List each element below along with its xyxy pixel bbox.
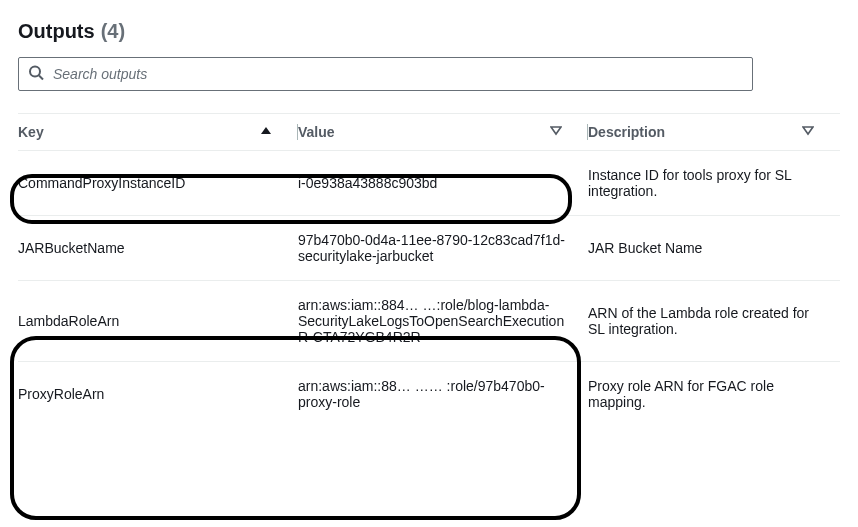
cell-key: ProxyRoleArn bbox=[18, 362, 298, 427]
column-header-value[interactable]: Value bbox=[298, 114, 588, 151]
cell-description: JAR Bucket Name bbox=[588, 216, 840, 281]
sort-asc-icon bbox=[260, 124, 272, 140]
column-label: Value bbox=[298, 124, 335, 140]
filter-icon bbox=[550, 124, 562, 140]
table-row: ProxyRoleArn arn:aws:iam::88… …… :role/9… bbox=[18, 362, 840, 427]
svg-marker-3 bbox=[551, 127, 561, 134]
cell-key: CommandProxyInstanceID bbox=[18, 151, 298, 216]
search-input[interactable] bbox=[18, 57, 753, 91]
cell-description: Instance ID for tools proxy for SL integ… bbox=[588, 151, 840, 216]
panel-header: Outputs (4) bbox=[18, 20, 840, 43]
cell-key: JARBucketName bbox=[18, 216, 298, 281]
filter-icon bbox=[802, 124, 814, 140]
cell-value: arn:aws:iam::884… …:role/blog-lambda-Sec… bbox=[298, 281, 588, 362]
cell-value: 97b470b0-0d4a-11ee-8790-12c83cad7f1d-sec… bbox=[298, 216, 588, 281]
column-label: Description bbox=[588, 124, 665, 140]
panel-count: (4) bbox=[101, 20, 125, 43]
column-header-key[interactable]: Key bbox=[18, 114, 298, 151]
svg-marker-2 bbox=[261, 127, 271, 134]
cell-key: LambdaRoleArn bbox=[18, 281, 298, 362]
column-label: Key bbox=[18, 124, 44, 140]
table-row: JARBucketName 97b470b0-0d4a-11ee-8790-12… bbox=[18, 216, 840, 281]
svg-marker-4 bbox=[803, 127, 813, 134]
table-row: CommandProxyInstanceID i-0e938a43888c903… bbox=[18, 151, 840, 216]
cell-value: arn:aws:iam::88… …… :role/97b470b0-proxy… bbox=[298, 362, 588, 427]
cell-value: i-0e938a43888c903bd bbox=[298, 151, 588, 216]
table-row: LambdaRoleArn arn:aws:iam::884… …:role/b… bbox=[18, 281, 840, 362]
cell-description: Proxy role ARN for FGAC role mapping. bbox=[588, 362, 840, 427]
search-container bbox=[18, 57, 840, 91]
outputs-table: Key Value Description bbox=[18, 114, 840, 426]
panel-title: Outputs bbox=[18, 20, 95, 43]
cell-description: ARN of the Lambda role created for SL in… bbox=[588, 281, 840, 362]
column-header-description[interactable]: Description bbox=[588, 114, 840, 151]
